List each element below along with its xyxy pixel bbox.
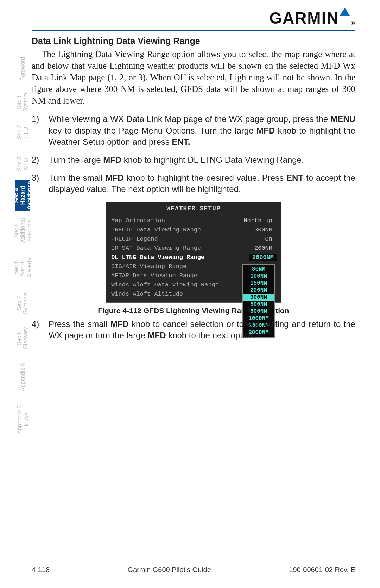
tab-sec8-glossary: Sec 8 Glossary <box>15 321 30 356</box>
opt-500nm: 500NM <box>243 301 274 308</box>
opt-150nm: 150NM <box>243 280 274 287</box>
brand-registered: ® <box>351 20 355 26</box>
procedure-steps-cont: Press the small MFD knob to cancel selec… <box>32 318 355 341</box>
brand-logo: GARMIN ® <box>269 8 355 27</box>
row-ir-sat-range: IR SAT Data Viewing Range200NM <box>111 244 277 253</box>
tab-sec3-mfd: Sec 3 MFD <box>15 148 30 180</box>
intro-paragraph: The Lightning Data Viewing Range option … <box>32 48 355 106</box>
opt-300nm: 300NM <box>243 294 274 301</box>
tab-appendix-b-index: Appendix B Index <box>15 398 30 440</box>
figure-caption: Figure 4-112 GFDS Lightning Viewing Rang… <box>32 307 355 315</box>
tab-sec5-additional-features: Sec 5 Additional Features <box>15 211 30 250</box>
tab-sec4-hazard-avoidance: Sec 4 Hazard Avoidance <box>15 180 30 211</box>
tab-appendix-a: Appendix A <box>15 356 30 398</box>
row-precip-range: PRECIP Data Viewing Range300NM <box>111 225 277 235</box>
row-precip-legend: PRECIP LegendOn <box>111 235 277 244</box>
brand-delta-icon <box>340 8 350 16</box>
page-number: 4-118 <box>32 566 50 574</box>
doc-revision: 190-00601-02 Rev. E <box>289 566 355 574</box>
doc-title: Garmin G600 Pilot's Guide <box>128 566 211 574</box>
opt-100nm: 100NM <box>243 273 274 280</box>
brand-text: GARMIN <box>269 8 339 27</box>
side-tabs: Foreword Sec 1 System Sec 2 PFD Sec 3 MF… <box>15 49 30 440</box>
row-map-orientation: Map OrientationNorth up <box>111 216 277 225</box>
tab-sec7-symbols: Sec 7 Symbols <box>15 285 30 321</box>
opt-800nm: 800NM <box>243 308 274 315</box>
opt-200nm: 200NM <box>243 287 274 294</box>
step-4: Press the small MFD knob to cancel selec… <box>32 318 355 341</box>
tab-sec1-system: Sec 1 System <box>15 88 30 116</box>
step-1: While viewing a WX Data Link Map page of… <box>32 113 355 148</box>
tab-foreword: Foreword <box>15 49 30 88</box>
procedure-steps: While viewing a WX Data Link Map page of… <box>32 113 355 195</box>
step-3: Turn the small MFD knob to highlight the… <box>32 172 355 195</box>
header-rule <box>32 30 355 31</box>
tab-sec2-pfd: Sec 2 PFD <box>15 116 30 148</box>
page-footer: 4-118 Garmin G600 Pilot's Guide 190-0060… <box>32 566 355 574</box>
opt-80nm: 80NM <box>243 266 274 273</box>
row-dl-ltng-range: DL LTNG Data Viewing Range2000NM <box>111 253 277 262</box>
step-2: Turn the large MFD knob to highlight DL … <box>32 154 355 166</box>
tab-sec6-annun-alerts: Sec 6 Annun. & Alerts <box>15 250 30 285</box>
section-heading: Data Link Lightning Data Viewing Range <box>32 36 355 46</box>
weather-setup-screenshot: WEATHER SETUP Map OrientationNorth up PR… <box>106 202 281 303</box>
device-title: WEATHER SETUP <box>106 202 281 216</box>
